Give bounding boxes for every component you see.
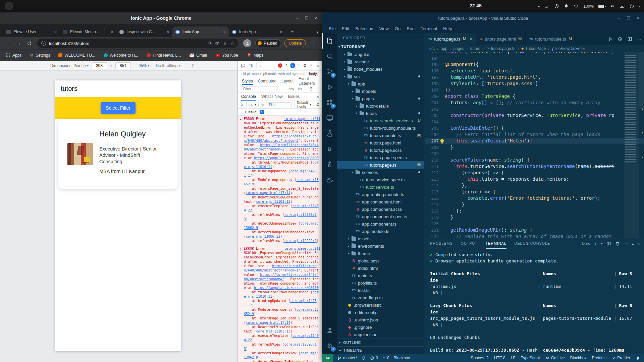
tab-close-icon[interactable]: ×: [54, 29, 57, 35]
explorer-more-icon[interactable]: ⋯: [416, 33, 420, 43]
code-line-202[interactable]: 202: [425, 106, 644, 112]
tree-item-tutors-routing-module-ts[interactable]: TStutors-routing.module.ts: [337, 124, 424, 132]
reload-button[interactable]: [27, 41, 32, 46]
inspect-element-icon[interactable]: [241, 63, 246, 68]
back-button[interactable]: ←: [5, 40, 11, 46]
close-button[interactable]: ×: [315, 15, 318, 20]
tab-close-icon[interactable]: ×: [279, 29, 282, 35]
tree-item-tutors-module-ts[interactable]: TStutors.module.tsM: [337, 132, 424, 139]
tree-item-theme[interactable]: ▸theme: [337, 250, 424, 257]
styles-filter-input[interactable]: [240, 86, 278, 91]
code-line-221[interactable]: 221 getRandomImageURL(): string {: [425, 227, 644, 233]
close-panel-icon[interactable]: ×: [638, 241, 640, 246]
profile-avatar[interactable]: [243, 39, 251, 47]
run-file-icon[interactable]: [608, 37, 613, 42]
breadcrumb-tutors-page-ts[interactable]: TStutors.page.ts: [486, 46, 515, 51]
stack-link[interactable]: tutors.page.html:17:14: [246, 321, 290, 324]
status-item-utf-8[interactable]: UTF-8: [494, 356, 505, 360]
devtools-close-icon[interactable]: ×: [317, 63, 319, 68]
status-item-master-[interactable]: master*: [337, 356, 357, 360]
styles-tab-styles[interactable]: Styles: [242, 77, 253, 85]
code-line-220[interactable]: 220: [425, 221, 644, 227]
code-line-205[interactable]: 205 ionViewDidEnter() {: [425, 125, 644, 131]
zoom-select[interactable]: 95% ▾: [139, 63, 150, 68]
menu-file[interactable]: File: [326, 25, 339, 32]
tree-item-angular-json[interactable]: Aangular.json: [337, 331, 424, 338]
tree-item-polyfills-ts[interactable]: TSpolyfills.ts: [337, 279, 424, 287]
folder-chevron-icon[interactable]: ▸: [342, 53, 347, 56]
expand-caret-icon[interactable]: ▶: [240, 117, 241, 121]
console-settings-icon[interactable]: ⚙: [316, 102, 320, 107]
panel-tab-debug-console[interactable]: DEBUG CONSOLE: [515, 238, 550, 249]
tab-search-icon[interactable]: ▾: [316, 30, 318, 35]
code-line-222[interactable]: 222 // Replace this with an array of ima…: [425, 233, 644, 238]
bookmark-item[interactable]: ⚙Settings: [30, 53, 50, 58]
remote-explorer-icon[interactable]: [322, 110, 337, 126]
account-icon[interactable]: [322, 322, 337, 338]
eye-off-icon[interactable]: [215, 41, 220, 46]
status-item-sync[interactable]: [361, 356, 366, 360]
outline-section[interactable]: ▸OUTLINE: [337, 339, 424, 346]
new-terminal-icon[interactable]: +: [594, 241, 597, 246]
paused-badge[interactable]: Paused: [255, 39, 281, 47]
tab-close-icon[interactable]: ×: [223, 29, 226, 35]
code-editor[interactable]: 193import { TutorService } from '../../s…: [425, 52, 644, 238]
code-line-219[interactable]: 219 }: [425, 214, 644, 221]
tree-item-pages[interactable]: ▾pages: [337, 95, 424, 102]
styles-menu-icon[interactable]: ⋮: [316, 86, 320, 91]
tree-item-main-ts[interactable]: TSmain.ts: [337, 272, 424, 279]
editor-tab-tutors-page-ts[interactable]: TStutors.page.tsM×: [425, 33, 476, 45]
stack-link[interactable]: core.mjs:11103:13: [256, 200, 290, 203]
menu-edit[interactable]: Edit: [339, 25, 352, 32]
code-line-194[interactable]: 194: [425, 55, 644, 61]
vscode-titlebar[interactable]: tutors.page.ts - tutorsApp - Visual Stud…: [322, 12, 644, 24]
menu-help[interactable]: Help: [440, 25, 455, 32]
tree-item-app[interactable]: ▾app: [337, 80, 424, 87]
activities-button[interactable]: [5, 2, 13, 10]
device-select[interactable]: Dimensions: Pixel 5 ▾: [50, 63, 89, 68]
new-tab-button[interactable]: +: [288, 27, 297, 36]
tree-item-index-html[interactable]: <>index.html: [337, 264, 424, 272]
styles-tab-event-listeners[interactable]: Event Listeners: [299, 77, 318, 85]
tree-item-global-scss[interactable]: Sglobal.scss: [337, 257, 424, 264]
tree-item-app-component-scss[interactable]: Sapp.component.scss: [337, 205, 424, 213]
tree-item-models[interactable]: ▸models: [337, 87, 424, 95]
tree-item-assets[interactable]: ▸assets: [337, 235, 424, 242]
source-link[interactable]: tutors.page.ts:211: [284, 246, 320, 251]
folder-chevron-icon[interactable]: ▸: [346, 244, 351, 248]
tab-close-icon[interactable]: ×: [110, 29, 113, 35]
tree-item--editorconfig[interactable]: .editorconfig: [337, 309, 424, 316]
code-line-193[interactable]: 193import { TutorService } from '../../s…: [425, 52, 644, 55]
viewport-height-input[interactable]: [115, 62, 131, 69]
folder-chevron-icon[interactable]: ▾: [351, 97, 355, 100]
folder-chevron-icon[interactable]: ▸: [346, 252, 351, 255]
stack-link[interactable]: core.mjs:13006:13: [246, 235, 280, 238]
bookmark-item[interactable]: Apps: [5, 53, 21, 58]
code-line-204[interactable]: 204: [425, 119, 644, 125]
throttling-select[interactable]: No throttling ▾: [156, 63, 180, 68]
timeline-history-icon[interactable]: [618, 37, 623, 42]
tree-item-tutor-service-spec-ts[interactable]: TStutor.service.spec.ts: [337, 176, 424, 183]
code-line-198[interactable]: 198 styleUrls: ['tutors.page.scss']: [425, 80, 644, 87]
breadcrumb-tutorspage[interactable]: ◆TutorsPage: [521, 46, 546, 51]
browser-tab[interactable]: Ionic App×: [172, 26, 229, 37]
tree-item-tutor-search-service-ts[interactable]: TStutor-search.service.tsU: [337, 117, 424, 124]
status-item-go-live[interactable]: Go Live: [545, 356, 565, 360]
folder-chevron-icon[interactable]: ▾: [355, 112, 359, 115]
tree-item-services[interactable]: ▾services: [337, 169, 424, 176]
timeline-section[interactable]: ▸TIMELINE: [337, 346, 424, 354]
status-item-prettier-[interactable]: Prettier+: [592, 356, 607, 360]
source-link[interactable]: tutors.page.ts:211: [284, 117, 320, 121]
code-line-196[interactable]: 196 selector: 'app-tutors',: [425, 68, 644, 74]
tree-item-app-component-html[interactable]: <>app.component.html: [337, 198, 424, 205]
code-line-200[interactable]: 200export class TutorsPage {: [425, 93, 644, 100]
status-item-prettier[interactable]: ✓Prettier: [612, 356, 630, 360]
tree-item-tutors-page-spec-ts[interactable]: TStutors.page.spec.ts: [337, 154, 424, 161]
rotate-device-icon[interactable]: [190, 63, 195, 68]
status-item-spaces-2[interactable]: Spaces: 2: [471, 356, 488, 360]
live-share-icon[interactable]: [322, 157, 337, 172]
log-levels-selector[interactable]: Default levels ▾: [294, 102, 314, 107]
bookmark-star-icon[interactable]: ☆: [230, 41, 234, 46]
code-line-201[interactable]: 201 tutors: any[] = []; // Initialize wi…: [425, 100, 644, 106]
devtools-settings-icon[interactable]: ⚙: [303, 63, 307, 68]
